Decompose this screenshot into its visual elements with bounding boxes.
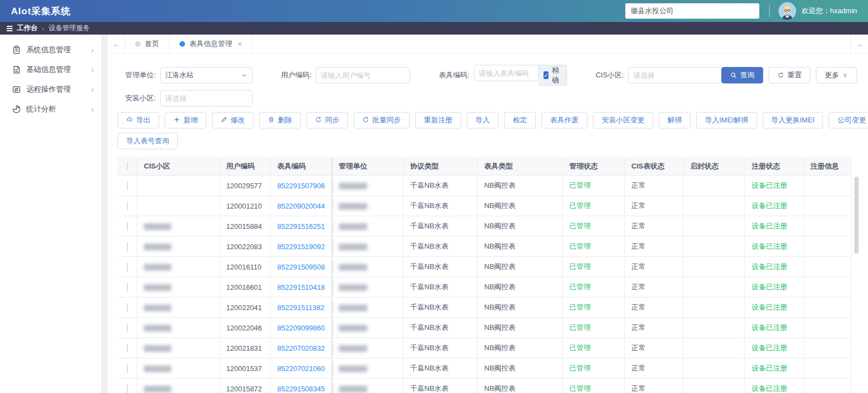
cell-cis-status: 正常 [625, 358, 684, 379]
reset-icon [777, 72, 784, 78]
row-checkbox[interactable] [127, 262, 128, 272]
scrollbar-thumb[interactable] [854, 177, 859, 254]
toolbar-button[interactable]: 新增 [165, 112, 206, 128]
tab-bar: ← 首页 表具信息管理 × → [108, 35, 868, 54]
table-row[interactable]: 120016110 852291509508 千嘉NB水表 NB阀控表 已管理 … [117, 257, 852, 277]
table-row[interactable]: 120021831 852207020832 千嘉NB水表 NB阀控表 已管理 … [117, 338, 852, 358]
cell-meter-code-link[interactable]: 852291516251 [271, 216, 332, 237]
toolbar-button[interactable]: 删除 [259, 112, 301, 128]
cell-meter-code-link[interactable]: 852291507906 [271, 176, 332, 196]
cell-meter-code-link[interactable]: 852291511382 [271, 297, 332, 318]
row-checkbox[interactable] [127, 222, 128, 231]
cell-manage-unit [332, 318, 404, 338]
community-input[interactable] [160, 90, 253, 106]
toolbar-button[interactable]: 检定 [504, 112, 536, 128]
cell-meter-type: NB阀控表 [478, 277, 563, 297]
cell-register-info [804, 358, 852, 379]
toolbar-button[interactable]: 导入更换IMEI [763, 112, 824, 128]
toolbar-button[interactable]: 导入 [467, 112, 499, 128]
table-row[interactable]: 120001537 852207021060 千嘉NB水表 NB阀控表 已管理 … [117, 358, 852, 379]
cell-register-info [804, 237, 852, 257]
toolbar-button[interactable]: 导入表号查询 [117, 133, 178, 149]
user-avatar[interactable] [779, 2, 796, 20]
cell-meter-type: NB阀控表 [478, 297, 563, 318]
tabs-scroll-right-button[interactable]: → [850, 35, 868, 53]
table-row[interactable]: 120016601 852291510418 千嘉NB水表 NB阀控表 已管理 … [117, 277, 852, 297]
tabs-scroll-left-button[interactable]: ← [108, 35, 125, 53]
cell-cis-status: 正常 [625, 338, 684, 358]
sidebar-item-system-info[interactable]: 系统信息管理 › [0, 40, 102, 60]
cell-register-info [804, 379, 852, 393]
row-checkbox-cell [117, 297, 137, 318]
sidebar-item-statistics[interactable]: 统计分析 › [0, 99, 102, 119]
cell-meter-code-link[interactable]: 852291508345 [271, 379, 332, 393]
toolbar-button[interactable]: 导入IMEI解绑 [696, 112, 757, 128]
toolbar-button[interactable]: 重新注册 [415, 112, 461, 128]
cell-protocol-type: 千嘉NB水表 [404, 176, 478, 196]
row-checkbox[interactable] [127, 303, 128, 312]
cell-cis-community [137, 338, 220, 358]
row-checkbox[interactable] [127, 384, 128, 393]
company-search-input[interactable] [625, 3, 759, 19]
breadcrumb-current: 设备管理服务 [49, 24, 90, 33]
cell-meter-code-link[interactable]: 852291519092 [271, 237, 332, 257]
cell-meter-code-link[interactable]: 852209020044 [271, 196, 332, 216]
cell-register-status: 设备已注册 [745, 196, 804, 216]
tab-home[interactable]: 首页 [125, 35, 170, 53]
cell-meter-code-link[interactable]: 852291510418 [271, 277, 332, 297]
cell-protocol-type: 千嘉NB水表 [404, 297, 478, 318]
cell-register-info [804, 257, 852, 277]
meter-code-input[interactable] [474, 65, 539, 81]
toolbar-button[interactable]: 安装小区变更 [593, 112, 653, 128]
cell-cis-community [137, 318, 220, 338]
table-row[interactable]: 120029577 852291507906 千嘉NB水表 NB阀控表 已管理 … [117, 176, 852, 196]
table-row[interactable]: 120015872 852291508345 千嘉NB水表 NB阀控表 已管理 … [117, 379, 852, 393]
row-checkbox[interactable] [127, 201, 128, 211]
select-all-checkbox[interactable] [127, 161, 128, 171]
cell-meter-code-link[interactable]: 852291509508 [271, 257, 332, 277]
sidebar-item-base-info[interactable]: 基础信息管理 › [0, 60, 102, 80]
row-checkbox[interactable] [127, 181, 128, 190]
cell-manage-status: 已管理 [563, 277, 625, 297]
unit-select[interactable]: 江洛水站 [160, 67, 253, 83]
sidebar-item-remote-operate[interactable]: 远程操作管理 › [0, 80, 102, 99]
table-row[interactable]: 120022083 852291519092 千嘉NB水表 NB阀控表 已管理 … [117, 237, 852, 257]
reset-button[interactable]: 重置 [769, 67, 810, 83]
toolbar-button[interactable]: 同步 [306, 112, 348, 128]
breadcrumb-root[interactable]: 工作台 [17, 24, 38, 33]
row-checkbox[interactable] [127, 323, 128, 333]
cell-meter-code-link[interactable]: 852207021060 [271, 358, 332, 379]
table-row[interactable]: 120001210 852209020044 千嘉NB水表 NB阀控表 已管理 … [117, 196, 852, 216]
avatar-icon [779, 2, 796, 20]
table-row[interactable]: 120015884 852291516251 千嘉NB水表 NB阀控表 已管理 … [117, 216, 852, 237]
row-checkbox[interactable] [127, 364, 128, 373]
toolbar-button[interactable]: 公司变更 [828, 112, 868, 128]
cell-manage-status: 已管理 [563, 297, 625, 318]
toolbar-button[interactable]: 解绑 [659, 112, 691, 128]
table-row[interactable]: 120022041 852291511382 千嘉NB水表 NB阀控表 已管理 … [117, 297, 852, 318]
cell-meter-code-link[interactable]: 852207020832 [271, 338, 332, 358]
cis-community-input[interactable] [628, 67, 721, 83]
menu-icon[interactable] [7, 26, 13, 31]
row-checkbox[interactable] [127, 242, 128, 251]
sidebar-scrollbar[interactable] [102, 35, 108, 393]
tab-meter-info[interactable]: 表具信息管理 × [170, 35, 253, 53]
cell-meter-type: NB阀控表 [478, 338, 563, 358]
exact-checkbox[interactable]: ✓ [544, 71, 548, 79]
more-button[interactable]: 更多 [816, 67, 857, 83]
toolbar-button[interactable]: 批量同步 [354, 112, 410, 128]
tab-close-icon[interactable]: × [238, 40, 242, 48]
redacted-text [144, 284, 171, 291]
toolbar-button[interactable]: 修改 [212, 112, 254, 128]
chevron-right-icon: › [91, 85, 94, 94]
row-checkbox[interactable] [127, 283, 128, 292]
cell-meter-code-link[interactable]: 852209099860 [271, 318, 332, 338]
row-checkbox[interactable] [127, 344, 128, 353]
cell-seal-status [684, 257, 745, 277]
toolbar-button[interactable]: 导出 [117, 112, 159, 128]
user-code-input[interactable] [316, 67, 410, 83]
toolbar-button[interactable]: 表具作废 [541, 112, 587, 128]
search-button[interactable]: 查询 [721, 67, 763, 83]
table-scrollbar[interactable] [854, 177, 859, 391]
table-row[interactable]: 120022046 852209099860 千嘉NB水表 NB阀控表 已管理 … [117, 318, 852, 338]
